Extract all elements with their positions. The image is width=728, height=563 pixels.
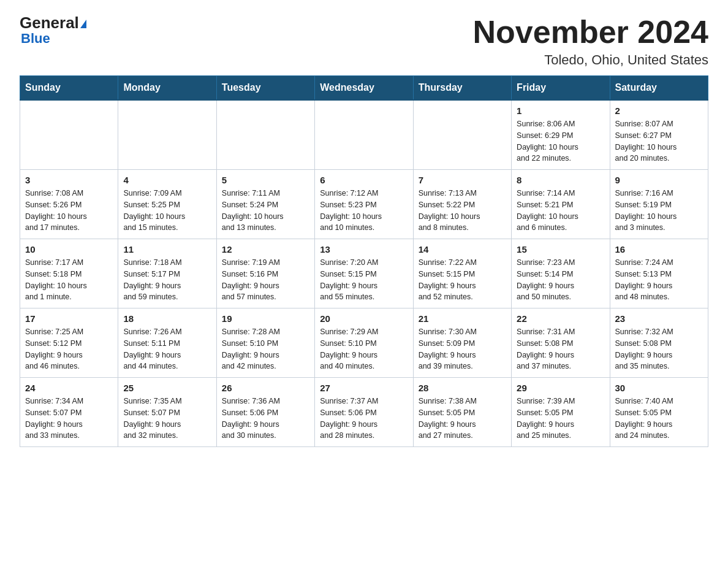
day-number: 21 [419, 313, 506, 324]
title-block: November 2024 Toledo, Ohio, United State… [473, 15, 708, 68]
calendar-cell: 13Sunrise: 7:20 AM Sunset: 5:15 PM Dayli… [315, 239, 413, 308]
calendar-cell: 11Sunrise: 7:18 AM Sunset: 5:17 PM Dayli… [118, 239, 216, 308]
day-info: Sunrise: 7:12 AM Sunset: 5:23 PM Dayligh… [320, 188, 408, 234]
day-info: Sunrise: 7:38 AM Sunset: 5:05 PM Dayligh… [419, 396, 506, 442]
calendar-cell: 21Sunrise: 7:30 AM Sunset: 5:09 PM Dayli… [413, 308, 511, 378]
day-number: 20 [320, 313, 408, 324]
day-number: 1 [517, 105, 604, 116]
calendar-cell: 7Sunrise: 7:13 AM Sunset: 5:22 PM Daylig… [413, 170, 511, 239]
calendar-table: SundayMondayTuesdayWednesdayThursdayFrid… [20, 75, 708, 447]
calendar-cell: 4Sunrise: 7:09 AM Sunset: 5:25 PM Daylig… [118, 170, 216, 239]
calendar-cell: 2Sunrise: 8:07 AM Sunset: 6:27 PM Daylig… [610, 100, 708, 170]
calendar-cell: 23Sunrise: 7:32 AM Sunset: 5:08 PM Dayli… [610, 308, 708, 378]
location-title: Toledo, Ohio, United States [473, 52, 708, 68]
logo-triangle-icon [80, 20, 86, 28]
day-info: Sunrise: 7:36 AM Sunset: 5:06 PM Dayligh… [222, 396, 309, 442]
calendar-cell: 5Sunrise: 7:11 AM Sunset: 5:24 PM Daylig… [216, 170, 314, 239]
day-number: 15 [517, 244, 604, 255]
day-info: Sunrise: 8:07 AM Sunset: 6:27 PM Dayligh… [615, 118, 703, 164]
day-number: 14 [419, 244, 506, 255]
day-info: Sunrise: 7:24 AM Sunset: 5:13 PM Dayligh… [615, 257, 703, 303]
day-info: Sunrise: 7:29 AM Sunset: 5:10 PM Dayligh… [320, 326, 408, 372]
day-number: 12 [222, 244, 309, 255]
day-info: Sunrise: 8:06 AM Sunset: 6:29 PM Dayligh… [517, 118, 604, 164]
day-number: 28 [419, 383, 506, 393]
day-info: Sunrise: 7:09 AM Sunset: 5:25 PM Dayligh… [123, 188, 211, 234]
month-title: November 2024 [473, 15, 708, 50]
calendar-cell: 26Sunrise: 7:36 AM Sunset: 5:06 PM Dayli… [216, 378, 314, 447]
calendar-week-row: 17Sunrise: 7:25 AM Sunset: 5:12 PM Dayli… [20, 308, 708, 378]
calendar-cell: 25Sunrise: 7:35 AM Sunset: 5:07 PM Dayli… [118, 378, 216, 447]
day-number: 24 [25, 383, 113, 393]
day-info: Sunrise: 7:34 AM Sunset: 5:07 PM Dayligh… [25, 396, 113, 442]
day-number: 19 [222, 313, 309, 324]
day-number: 5 [222, 175, 309, 185]
day-info: Sunrise: 7:18 AM Sunset: 5:17 PM Dayligh… [123, 257, 211, 303]
calendar-header-row: SundayMondayTuesdayWednesdayThursdayFrid… [20, 76, 708, 101]
day-info: Sunrise: 7:32 AM Sunset: 5:08 PM Dayligh… [615, 326, 703, 372]
day-number: 18 [123, 313, 211, 324]
day-number: 9 [615, 175, 703, 185]
calendar-cell [20, 100, 118, 170]
calendar-cell: 15Sunrise: 7:23 AM Sunset: 5:14 PM Dayli… [512, 239, 610, 308]
calendar-cell: 20Sunrise: 7:29 AM Sunset: 5:10 PM Dayli… [315, 308, 413, 378]
calendar-cell: 29Sunrise: 7:39 AM Sunset: 5:05 PM Dayli… [512, 378, 610, 447]
day-info: Sunrise: 7:19 AM Sunset: 5:16 PM Dayligh… [222, 257, 309, 303]
day-info: Sunrise: 7:39 AM Sunset: 5:05 PM Dayligh… [517, 396, 604, 442]
day-info: Sunrise: 7:30 AM Sunset: 5:09 PM Dayligh… [419, 326, 506, 372]
calendar-cell: 28Sunrise: 7:38 AM Sunset: 5:05 PM Dayli… [413, 378, 511, 447]
day-number: 27 [320, 383, 408, 393]
day-number: 25 [123, 383, 211, 393]
calendar-cell: 10Sunrise: 7:17 AM Sunset: 5:18 PM Dayli… [20, 239, 118, 308]
calendar-week-row: 1Sunrise: 8:06 AM Sunset: 6:29 PM Daylig… [20, 100, 708, 170]
calendar-cell [216, 100, 314, 170]
day-info: Sunrise: 7:26 AM Sunset: 5:11 PM Dayligh… [123, 326, 211, 372]
day-number: 10 [25, 244, 113, 255]
day-number: 22 [517, 313, 604, 324]
calendar-cell [118, 100, 216, 170]
calendar-cell [413, 100, 511, 170]
calendar-cell: 12Sunrise: 7:19 AM Sunset: 5:16 PM Dayli… [216, 239, 314, 308]
day-number: 23 [615, 313, 703, 324]
day-number: 30 [615, 383, 703, 393]
day-info: Sunrise: 7:22 AM Sunset: 5:15 PM Dayligh… [419, 257, 506, 303]
calendar-cell: 9Sunrise: 7:16 AM Sunset: 5:19 PM Daylig… [610, 170, 708, 239]
col-header-saturday: Saturday [610, 76, 708, 101]
calendar-week-row: 3Sunrise: 7:08 AM Sunset: 5:26 PM Daylig… [20, 170, 708, 239]
col-header-thursday: Thursday [413, 76, 511, 101]
calendar-week-row: 10Sunrise: 7:17 AM Sunset: 5:18 PM Dayli… [20, 239, 708, 308]
day-number: 8 [517, 175, 604, 185]
day-number: 17 [25, 313, 113, 324]
day-info: Sunrise: 7:40 AM Sunset: 5:05 PM Dayligh… [615, 396, 703, 442]
col-header-wednesday: Wednesday [315, 76, 413, 101]
calendar-week-row: 24Sunrise: 7:34 AM Sunset: 5:07 PM Dayli… [20, 378, 708, 447]
col-header-friday: Friday [512, 76, 610, 101]
day-number: 16 [615, 244, 703, 255]
page-header: General Blue November 2024 Toledo, Ohio,… [20, 15, 708, 68]
day-number: 2 [615, 105, 703, 116]
day-info: Sunrise: 7:31 AM Sunset: 5:08 PM Dayligh… [517, 326, 604, 372]
day-info: Sunrise: 7:17 AM Sunset: 5:18 PM Dayligh… [25, 257, 113, 303]
day-number: 26 [222, 383, 309, 393]
logo-general-text: General [20, 15, 86, 31]
col-header-monday: Monday [118, 76, 216, 101]
calendar-cell: 18Sunrise: 7:26 AM Sunset: 5:11 PM Dayli… [118, 308, 216, 378]
calendar-cell: 17Sunrise: 7:25 AM Sunset: 5:12 PM Dayli… [20, 308, 118, 378]
day-number: 3 [25, 175, 113, 185]
day-info: Sunrise: 7:25 AM Sunset: 5:12 PM Dayligh… [25, 326, 113, 372]
calendar-cell: 24Sunrise: 7:34 AM Sunset: 5:07 PM Dayli… [20, 378, 118, 447]
day-info: Sunrise: 7:14 AM Sunset: 5:21 PM Dayligh… [517, 188, 604, 234]
day-info: Sunrise: 7:37 AM Sunset: 5:06 PM Dayligh… [320, 396, 408, 442]
day-number: 6 [320, 175, 408, 185]
calendar-cell: 3Sunrise: 7:08 AM Sunset: 5:26 PM Daylig… [20, 170, 118, 239]
day-number: 29 [517, 383, 604, 393]
calendar-cell [315, 100, 413, 170]
day-info: Sunrise: 7:23 AM Sunset: 5:14 PM Dayligh… [517, 257, 604, 303]
day-info: Sunrise: 7:13 AM Sunset: 5:22 PM Dayligh… [419, 188, 506, 234]
day-info: Sunrise: 7:16 AM Sunset: 5:19 PM Dayligh… [615, 188, 703, 234]
day-number: 13 [320, 244, 408, 255]
day-number: 4 [123, 175, 211, 185]
day-number: 7 [419, 175, 506, 185]
calendar-cell: 8Sunrise: 7:14 AM Sunset: 5:21 PM Daylig… [512, 170, 610, 239]
col-header-tuesday: Tuesday [216, 76, 314, 101]
